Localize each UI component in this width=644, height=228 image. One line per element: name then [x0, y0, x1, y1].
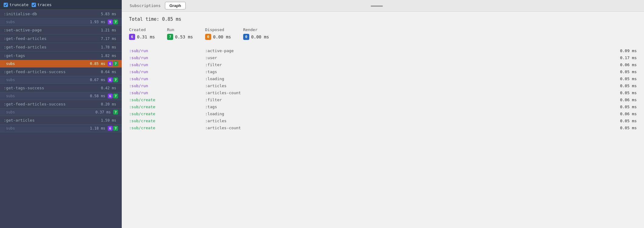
list-item-subs-4[interactable]: subs0.37 ms7	[0, 109, 122, 116]
list-item-get-feed-articles-success[interactable]: :get-feed-articles-success0.64 ms	[0, 68, 122, 76]
subs-key-11: :articles-count	[205, 124, 600, 131]
subs-action-11: :sub/create	[129, 124, 205, 131]
subs-time-4: 0.05 ms	[600, 75, 637, 82]
list-item-set-active-page[interactable]: :set-active-page1.21 ms	[0, 26, 122, 34]
drag-handle	[371, 5, 383, 7]
item-time: 0.64 ms	[101, 70, 116, 74]
metric-label-created: Created	[129, 27, 146, 32]
metrics-row: Created60.31 msRun70.53 msDisposed00.00 …	[129, 27, 637, 40]
badge-purple: 6	[108, 94, 113, 98]
item-time: 0.58 ms	[90, 94, 105, 98]
list-item-subs-active[interactable]: subs0.85 ms67	[0, 60, 122, 68]
item-name: :get-tags	[4, 53, 101, 58]
total-time: Total time: 0.85 ms	[129, 16, 637, 22]
subs-time-3: 0.05 ms	[600, 68, 637, 75]
badge-green: 7	[113, 94, 118, 98]
subs-action-1: :sub/run	[129, 54, 205, 61]
list-item-subs-5[interactable]: subs1.18 ms67	[0, 125, 122, 132]
total-time-value: 0.85 ms	[162, 16, 181, 22]
item-time: 1.21 ms	[101, 28, 116, 32]
subs-action-2: :sub/run	[129, 61, 205, 68]
metric-label-disposed: Disposed	[205, 27, 224, 32]
item-name: :initialise-db	[4, 12, 101, 16]
item-time: 1.59 ms	[101, 118, 116, 123]
subs-time-9: 0.06 ms	[600, 110, 637, 117]
subs-time-1: 0.17 ms	[600, 54, 637, 61]
right-panel: Subscriptions Graph Total time: 0.85 ms …	[122, 0, 644, 228]
metric-col-created: Created60.31 ms	[129, 27, 155, 40]
metric-col-render: Render00.00 ms	[243, 27, 269, 40]
subs-action-0: :sub/run	[129, 47, 205, 54]
total-time-label: Total time:	[129, 16, 159, 22]
subs-key-3: :tags	[205, 68, 600, 75]
metric-time-run: 0.53 ms	[175, 34, 193, 39]
item-time: 0.20 ms	[101, 102, 116, 106]
metric-value-created: 60.31 ms	[129, 34, 155, 40]
right-header: Subscriptions Graph	[122, 0, 644, 12]
list-item-initialise-db[interactable]: :initialise-db5.83 ms	[0, 10, 122, 18]
metric-value-disposed: 00.00 ms	[205, 34, 231, 40]
item-name: :get-feed-articles	[4, 36, 101, 41]
truncate-label: truncate	[9, 2, 29, 7]
list-item-get-tags-success[interactable]: :get-tags-success0.42 ms	[0, 84, 122, 92]
truncate-checkbox-label[interactable]: truncate	[4, 2, 29, 7]
item-name: :get-feed-articles	[4, 45, 101, 49]
metric-badge-disposed: 0	[205, 34, 211, 40]
item-name: subs	[6, 126, 90, 130]
item-time: 0.67 ms	[90, 78, 105, 82]
list-item-get-articles[interactable]: :get-articles1.59 ms	[0, 116, 122, 125]
subs-action-9: :sub/create	[129, 110, 205, 117]
subs-key-0: :active-page	[205, 47, 600, 54]
badge-purple: 6	[108, 126, 113, 131]
tab-subscriptions[interactable]: Subscriptions	[127, 2, 164, 9]
list-item-get-feed-articles-success-2[interactable]: :get-feed-articles-success0.20 ms	[0, 100, 122, 109]
subs-action-5: :sub/run	[129, 82, 205, 89]
item-name: subs	[6, 94, 90, 98]
metric-time-created: 0.31 ms	[137, 34, 155, 39]
metric-col-run: Run70.53 ms	[167, 27, 193, 40]
subs-time-8: 0.05 ms	[600, 103, 637, 110]
list-item-subs-2[interactable]: subs0.67 ms67	[0, 76, 122, 84]
subs-time-11: 0.05 ms	[600, 124, 637, 131]
tab-graph[interactable]: Graph	[165, 2, 186, 9]
item-time: 0.42 ms	[101, 86, 116, 90]
list-item-get-feed-articles-1[interactable]: :get-feed-articles7.17 ms	[0, 34, 122, 43]
traces-checkbox[interactable]	[32, 3, 36, 7]
subs-time-7: 0.06 ms	[600, 96, 637, 103]
item-name: :get-articles	[4, 118, 101, 123]
subs-key-4: :loading	[205, 75, 600, 82]
metric-time-disposed: 0.00 ms	[213, 34, 231, 39]
subs-time-6: 0.05 ms	[600, 89, 637, 96]
badge-green: 7	[113, 126, 118, 131]
list-item-get-feed-articles-2[interactable]: :get-feed-articles1.78 ms	[0, 43, 122, 52]
item-time: 1.18 ms	[90, 126, 105, 130]
subs-key-8: :tags	[205, 103, 600, 110]
subs-key-7: :filter	[205, 96, 600, 103]
subs-action-3: :sub/run	[129, 68, 205, 75]
metric-badge-created: 6	[129, 34, 135, 40]
traces-label: traces	[37, 2, 52, 7]
badge-green: 7	[113, 61, 118, 66]
list-item-subs-3[interactable]: subs0.58 ms67	[0, 92, 122, 100]
item-name: :set-active-page	[4, 28, 101, 32]
list-item-subs-1[interactable]: subs1.93 ms97	[0, 18, 122, 26]
metric-value-render: 00.00 ms	[243, 34, 269, 40]
traces-checkbox-label[interactable]: traces	[32, 2, 52, 7]
badge-green: 7	[113, 110, 118, 115]
subs-time-2: 0.06 ms	[600, 61, 637, 68]
item-name: subs	[6, 20, 90, 24]
item-name: :get-feed-articles-success	[4, 69, 101, 74]
metric-label-render: Render	[243, 27, 257, 32]
subs-time-10: 0.05 ms	[600, 117, 637, 124]
subs-table: :sub/run:active-page0.09 ms:sub/run:user…	[129, 47, 637, 131]
metric-badge-render: 0	[243, 34, 249, 40]
badge-green: 7	[113, 77, 118, 82]
subs-key-1: :user	[205, 54, 600, 61]
subs-time-0: 0.09 ms	[600, 47, 637, 54]
badge-purple: 6	[108, 77, 113, 82]
item-time: 1.78 ms	[101, 45, 116, 49]
list-item-get-tags[interactable]: :get-tags1.82 ms	[0, 52, 122, 60]
metric-label-run: Run	[167, 27, 174, 32]
badge-purple: 9	[108, 20, 113, 24]
truncate-checkbox[interactable]	[4, 3, 8, 7]
